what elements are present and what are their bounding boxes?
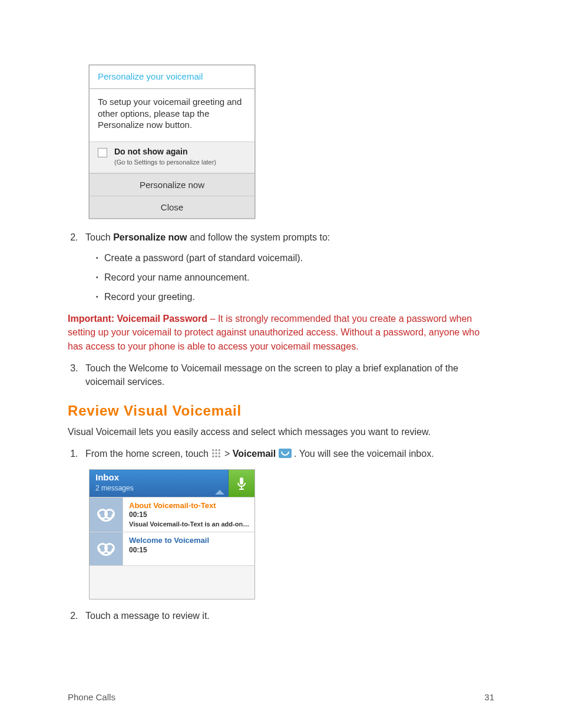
page-footer: Phone Calls 31 <box>68 692 494 702</box>
step-2: Touch Personalize now and follow the sys… <box>81 230 494 304</box>
voicemail-row-icon <box>90 498 123 532</box>
checkbox-hint: (Go to Settings to personalize later) <box>114 159 216 166</box>
page: Personalize your voicemail To setup your… <box>0 0 562 728</box>
inbox-row[interactable]: About Voicemail-to-Text 00:15 Visual Voi… <box>90 497 254 532</box>
step-2-bullets: Create a password (part of standard voic… <box>85 251 494 304</box>
svg-point-0 <box>212 449 214 451</box>
inbox-header: Inbox 2 messages <box>90 470 254 497</box>
step-3: Touch the Welcome to Voicemail message o… <box>81 361 494 388</box>
section-intro: Visual Voicemail lets you easily access … <box>68 425 494 439</box>
svg-rect-11 <box>239 489 244 490</box>
checkbox-icon[interactable] <box>98 148 107 157</box>
ordered-list-b: Touch the Welcome to Voicemail message o… <box>68 361 494 388</box>
section-heading: Review Visual Voicemail <box>68 403 494 419</box>
svg-point-1 <box>216 449 217 451</box>
ordered-list-c: From the home screen, touch > Voicemail … <box>68 447 494 460</box>
bullet-item: Record your greeting. <box>96 290 494 304</box>
dialog-message: To setup your voicemail greeting and oth… <box>90 89 254 141</box>
row-time: 00:15 <box>129 546 250 555</box>
dialog-checkbox-row[interactable]: Do not show again (Go to Settings to per… <box>90 141 254 173</box>
row-title: About Voicemail-to-Text <box>129 501 250 511</box>
inbox-title: Inbox <box>95 472 222 482</box>
close-button[interactable]: Close <box>90 196 254 218</box>
ordered-list-a: Touch Personalize now and follow the sys… <box>68 230 494 304</box>
ordered-list-d: Touch a message to review it. <box>68 609 494 622</box>
voicemail-row-icon <box>90 532 123 565</box>
row-time: 00:15 <box>129 510 250 520</box>
row-title: Welcome to Voicemail <box>129 536 250 546</box>
footer-section: Phone Calls <box>68 692 115 702</box>
svg-rect-10 <box>241 486 242 489</box>
inbox-row[interactable]: Welcome to Voicemail 00:15 <box>90 532 254 565</box>
svg-point-6 <box>212 456 214 457</box>
personalize-dialog: Personalize your voicemail To setup your… <box>89 65 255 219</box>
dropdown-triangle-icon <box>215 490 224 495</box>
inbox-card: Inbox 2 messages About Voicemail-to-Text… <box>89 469 255 600</box>
review-step-2: Touch a message to review it. <box>81 609 494 622</box>
inbox-title-area[interactable]: Inbox 2 messages <box>90 470 228 497</box>
inbox-empty-area <box>90 565 254 599</box>
inbox-subtitle: 2 messages <box>95 484 134 492</box>
mic-icon <box>236 477 247 490</box>
svg-point-3 <box>212 453 214 454</box>
personalize-now-button[interactable]: Personalize now <box>90 173 254 196</box>
svg-rect-9 <box>240 477 243 485</box>
svg-point-7 <box>216 456 217 457</box>
mic-button[interactable] <box>228 470 254 497</box>
voicemail-icon <box>279 449 292 458</box>
bullet-item: Create a password (part of standard voic… <box>96 251 494 265</box>
dialpad-icon <box>211 449 224 459</box>
svg-point-4 <box>216 453 217 454</box>
row-preview: Visual Voicemail-to-Text is an add-on… <box>129 520 250 528</box>
important-warning: Important: Voicemail Password – It is st… <box>68 312 494 353</box>
checkbox-label: Do not show again <box>114 147 216 156</box>
review-step-1: From the home screen, touch > Voicemail … <box>81 447 494 460</box>
footer-page-number: 31 <box>484 692 494 702</box>
svg-point-2 <box>219 449 220 451</box>
svg-point-5 <box>219 453 220 454</box>
dialog-title: Personalize your voicemail <box>90 65 254 89</box>
bullet-item: Record your name announcement. <box>96 271 494 284</box>
svg-point-8 <box>219 456 220 457</box>
